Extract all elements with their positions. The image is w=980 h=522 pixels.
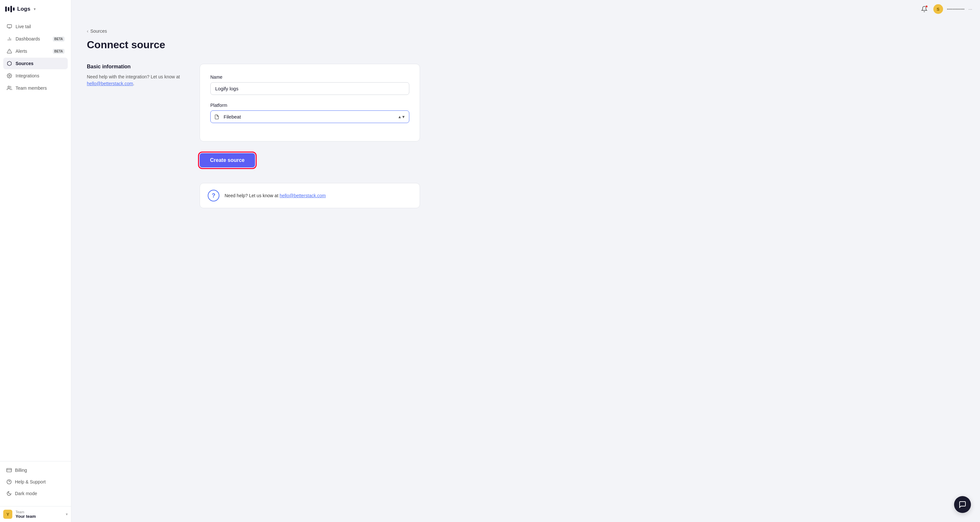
page-title: Connect source [87, 39, 964, 51]
sidebar-item-label: Live tail [16, 24, 31, 29]
form-section-title: Basic information [87, 64, 184, 70]
sidebar-item-label: Sources [16, 61, 33, 66]
sidebar-nav: Live tail Dashboards BETA Alerts BETA [0, 18, 71, 461]
team-info: Team Your team [16, 510, 66, 519]
svg-point-6 [9, 75, 10, 76]
sidebar-item-live-tail[interactable]: Live tail [3, 21, 68, 32]
create-source-button[interactable]: Create source [200, 153, 255, 167]
logo-icon [5, 6, 14, 12]
sidebar-item-label: Help & Support [15, 479, 46, 484]
username-display: •••••••••••• [947, 7, 965, 12]
breadcrumb-parent: Sources [91, 29, 107, 34]
name-input[interactable] [210, 82, 409, 95]
breadcrumb[interactable]: ‹ Sources [87, 29, 964, 34]
breadcrumb-back-icon: ‹ [87, 29, 89, 34]
help-text-label: Need help? Let us know at [224, 193, 280, 198]
sidebar-bottom-nav: Billing Help & Support Dark mode [0, 461, 71, 505]
platform-field: Platform Filebeat Logstash Fluentd [210, 103, 409, 123]
team-section[interactable]: Y Team Your team ▾ [0, 506, 71, 522]
alert-triangle-icon [6, 48, 12, 54]
app-logo[interactable]: Logs ▾ [0, 0, 71, 18]
notification-dot [925, 5, 928, 8]
alerts-badge: BETA [53, 49, 65, 54]
moon-icon [6, 491, 12, 496]
sidebar-item-label: Alerts [16, 49, 27, 54]
settings-icon [6, 73, 12, 79]
svg-rect-0 [7, 25, 11, 27]
platform-select[interactable]: Filebeat Logstash Fluentd Syslog Custom … [210, 110, 409, 123]
svg-point-7 [8, 86, 10, 88]
bar-chart-icon [6, 36, 12, 42]
svg-rect-8 [7, 468, 12, 472]
topbar: S •••••••••••• ··· [71, 0, 980, 18]
sidebar: Logs ▾ Live tail Dashboards BETA [0, 0, 71, 522]
name-field: Name [210, 75, 409, 95]
page-content: ‹ Sources Connect source Basic informati… [71, 18, 980, 522]
sidebar-item-team-members[interactable]: Team members [3, 82, 68, 94]
team-name: Your team [16, 514, 66, 519]
notification-bell[interactable] [919, 4, 929, 14]
form-section-info: Basic information Need help with the int… [87, 64, 184, 87]
section-text: Need help with the integration? Let us k… [87, 74, 180, 79]
help-icon: ? [208, 190, 220, 202]
sidebar-item-label: Integrations [16, 73, 39, 78]
app-name: Logs [17, 6, 30, 12]
team-label: Team [16, 510, 66, 514]
section-email-link[interactable]: hello@betterstack.com [87, 81, 133, 86]
box-icon [6, 60, 12, 67]
users-icon [6, 85, 12, 91]
help-circle-icon [6, 479, 12, 484]
sidebar-item-label: Team members [16, 86, 47, 90]
form-layout: Basic information Need help with the int… [87, 64, 964, 141]
sidebar-item-alerts[interactable]: Alerts BETA [3, 45, 68, 57]
sidebar-item-label: Dashboards [16, 36, 40, 41]
user-avatar[interactable]: S [933, 4, 943, 14]
main-content: S •••••••••••• ··· ‹ Sources Connect sou… [71, 0, 980, 522]
monitor-icon [6, 24, 12, 30]
sidebar-item-label: Billing [15, 468, 27, 473]
section-text-end: . [133, 81, 135, 86]
more-options-icon[interactable]: ··· [968, 6, 972, 12]
chat-bubble-button[interactable] [954, 496, 971, 513]
dashboards-badge: BETA [53, 36, 65, 41]
name-label: Name [210, 75, 409, 80]
sidebar-item-dark-mode[interactable]: Dark mode [3, 488, 68, 499]
help-text: Need help? Let us know at hello@betterst… [224, 193, 326, 198]
credit-card-icon [6, 468, 12, 473]
sidebar-item-dashboards[interactable]: Dashboards BETA [3, 33, 68, 45]
sidebar-item-sources[interactable]: Sources [3, 58, 68, 69]
sidebar-item-label: Dark mode [15, 491, 37, 496]
form-section-description: Need help with the integration? Let us k… [87, 73, 184, 87]
sidebar-item-integrations[interactable]: Integrations [3, 70, 68, 82]
team-chevron-icon: ▾ [66, 512, 68, 517]
create-button-wrapper: Create source [200, 151, 964, 167]
help-email-link[interactable]: hello@betterstack.com [280, 193, 326, 198]
app-chevron-icon: ▾ [34, 7, 36, 11]
platform-select-wrapper: Filebeat Logstash Fluentd Syslog Custom … [210, 110, 409, 123]
team-avatar: Y [3, 510, 12, 519]
sidebar-item-help-support[interactable]: Help & Support [3, 476, 68, 487]
sidebar-item-billing[interactable]: Billing [3, 465, 68, 476]
platform-label: Platform [210, 103, 409, 108]
form-card: Name Platform Filebeat [200, 64, 420, 141]
help-box: ? Need help? Let us know at hello@better… [200, 183, 420, 208]
